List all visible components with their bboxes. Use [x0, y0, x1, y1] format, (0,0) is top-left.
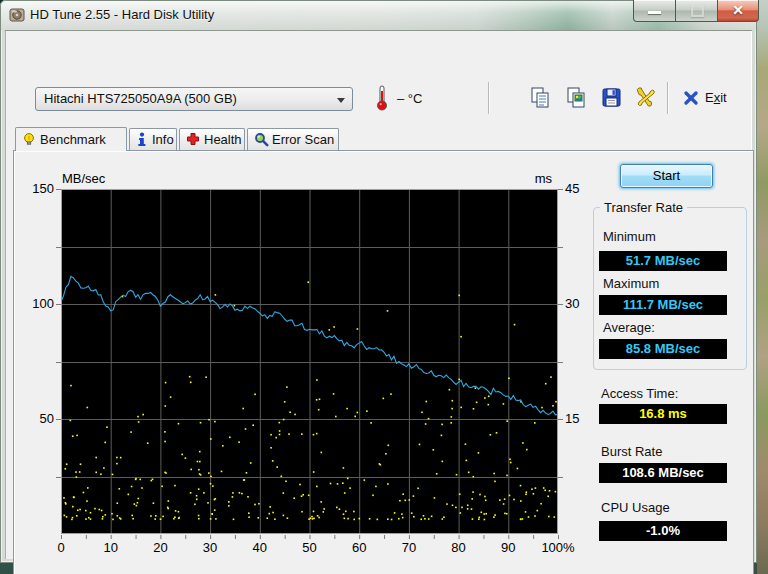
x-axis-tick-label: 70	[402, 540, 416, 555]
exit-x-icon	[683, 90, 699, 106]
window-title: HD Tune 2.55 - Hard Disk Utility	[30, 7, 214, 22]
maximize-icon	[691, 5, 704, 17]
maximum-value: 111.7 MB/sec	[599, 295, 727, 315]
average-label: Average:	[603, 320, 655, 335]
tab-benchmark[interactable]: Benchmark	[15, 127, 127, 151]
copy-image-button[interactable]	[565, 86, 589, 110]
close-icon: ✕	[718, 2, 758, 18]
options-icon	[634, 86, 656, 110]
cpu-usage-label: CPU Usage	[601, 500, 670, 515]
transfer-rate-group-label: Transfer Rate	[600, 200, 687, 215]
left-axis-title: MB/sec	[62, 171, 106, 186]
x-axis-tick-label: 40	[253, 540, 267, 555]
x-axis-tick-label: 90	[501, 540, 515, 555]
x-axis-tick-label: 20	[153, 540, 167, 555]
save-icon	[600, 86, 622, 110]
health-cross-icon	[186, 132, 200, 147]
right-axis-title: ms	[535, 171, 553, 186]
exit-button[interactable]: Exit	[681, 86, 737, 110]
access-time-label: Access Time:	[601, 386, 678, 401]
info-icon	[136, 132, 148, 147]
thermometer-icon	[374, 84, 390, 112]
options-button[interactable]	[634, 86, 658, 110]
right-axis-tick-label: 15	[565, 411, 579, 426]
toolbar-separator	[667, 82, 668, 114]
minimize-icon	[648, 11, 661, 14]
app-window: HD Tune 2.55 - Hard Disk Utility ✕ Hitac…	[0, 0, 757, 563]
x-axis-tick-label: 50	[302, 540, 316, 555]
copy-text-button[interactable]	[529, 86, 553, 110]
tab-error-scan-label: Error Scan	[272, 132, 334, 147]
magnifier-icon	[254, 132, 269, 147]
benchmark-chart: MB/secms15010050453015010203040506070809…	[5, 156, 590, 568]
minimum-value: 51.7 MB/sec	[599, 251, 727, 271]
screen: HD Tune 2.55 - Hard Disk Utility ✕ Hitac…	[0, 0, 768, 574]
average-value: 85.8 MB/sec	[599, 339, 727, 359]
right-axis-tick-label: 30	[565, 296, 579, 311]
drive-selector-value: Hitachi HTS725050A9A (500 GB)	[44, 91, 237, 106]
access-time-value: 16.8 ms	[599, 404, 727, 424]
minimum-label: Minimum	[603, 229, 656, 244]
desktop-wallpaper-right	[757, 0, 768, 574]
right-axis-tick-label: 45	[565, 181, 579, 196]
tab-benchmark-label: Benchmark	[40, 132, 106, 147]
maximize-button[interactable]	[675, 0, 719, 22]
save-button[interactable]	[600, 86, 624, 110]
x-axis-tick-label: 30	[203, 540, 217, 555]
start-button[interactable]: Start	[620, 164, 713, 188]
left-axis-tick-label: 150	[32, 181, 54, 196]
lightbulb-icon	[22, 132, 36, 148]
x-axis-tick-label: 80	[451, 540, 465, 555]
minimize-button[interactable]	[633, 0, 677, 22]
cpu-usage-value: -1.0%	[599, 521, 727, 541]
drive-selector-dropdown[interactable]: Hitachi HTS725050A9A (500 GB)	[35, 87, 353, 111]
client-area: Hitachi HTS725050A9A (500 GB) – °C	[5, 30, 752, 559]
tab-health[interactable]: Health	[179, 128, 245, 150]
burst-rate-value: 108.6 MB/sec	[599, 463, 727, 483]
app-icon	[9, 7, 25, 23]
x-axis-tick-label: 10	[103, 540, 117, 555]
tab-health-label: Health	[204, 132, 242, 147]
tab-error-scan[interactable]: Error Scan	[247, 128, 339, 150]
temperature-label: – °C	[397, 91, 422, 106]
exit-label: Exit	[705, 90, 727, 105]
left-axis-tick-label: 100	[32, 296, 54, 311]
maximum-label: Maximum	[603, 276, 659, 291]
burst-rate-label: Burst Rate	[601, 444, 662, 459]
x-axis-tick-label: 0	[57, 540, 64, 555]
close-button[interactable]: ✕	[717, 0, 759, 22]
chevron-down-icon	[337, 98, 345, 103]
x-axis-tick-label: 60	[352, 540, 366, 555]
toolbar-separator	[488, 82, 489, 114]
x-axis-tick-label: 100%	[541, 540, 575, 555]
copy-icon	[529, 86, 551, 110]
copy-image-icon	[565, 86, 587, 110]
tab-info[interactable]: Info	[129, 128, 177, 150]
tab-info-label: Info	[152, 132, 174, 147]
left-axis-tick-label: 50	[40, 411, 54, 426]
